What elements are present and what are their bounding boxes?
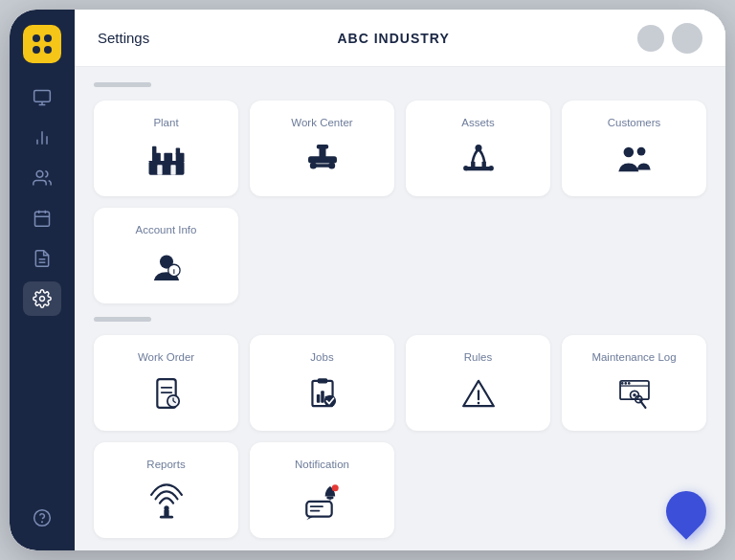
header-avatars: [637, 23, 702, 54]
plant-card[interactable]: Plant: [94, 101, 238, 196]
main-content: Settings ABC INDUSTRY Plant: [75, 10, 725, 550]
svg-text:i: i: [172, 267, 174, 276]
notification-card[interactable]: Notification: [250, 442, 394, 538]
assets-icon: [457, 138, 500, 180]
svg-point-2: [33, 46, 40, 54]
svg-rect-75: [326, 497, 333, 500]
account-info-card[interactable]: Account Info i: [94, 208, 238, 303]
header: Settings ABC INDUSTRY: [75, 10, 725, 67]
svg-point-40: [475, 145, 481, 151]
svg-rect-53: [317, 378, 327, 383]
section-divider-1: [94, 82, 151, 87]
svg-rect-34: [316, 145, 327, 148]
monitor-nav-icon[interactable]: [23, 80, 61, 115]
account-info-label: Account Info: [136, 224, 197, 235]
customers-label: Customers: [608, 117, 661, 128]
svg-point-3: [44, 46, 52, 54]
notification-label: Notification: [295, 459, 349, 470]
svg-point-41: [623, 147, 634, 158]
maintenance-log-label: Maintenance Log: [591, 351, 676, 363]
reports-card[interactable]: Reports: [94, 442, 238, 538]
svg-rect-35: [464, 167, 493, 170]
settings-title: Settings: [98, 30, 149, 46]
maintenance-log-icon: [613, 372, 656, 414]
work-order-icon: [145, 372, 188, 414]
svg-point-42: [636, 147, 645, 156]
users-nav-icon[interactable]: [23, 161, 61, 195]
svg-rect-70: [164, 510, 168, 517]
jobs-icon: [301, 372, 344, 414]
svg-point-76: [331, 484, 338, 491]
svg-rect-27: [152, 146, 156, 155]
svg-rect-24: [157, 165, 162, 175]
help-nav-icon[interactable]: [23, 501, 61, 535]
plant-icon: [145, 138, 188, 180]
ops-grid-row1: Work Order: [94, 335, 706, 431]
work-order-label: Work Order: [138, 351, 194, 363]
work-center-card[interactable]: Work Center: [250, 101, 394, 196]
svg-point-59: [477, 402, 479, 405]
svg-point-64: [627, 382, 630, 385]
settings-nav-icon[interactable]: [23, 281, 61, 316]
jobs-card[interactable]: Jobs: [250, 335, 394, 431]
section-divider-2: [94, 317, 151, 322]
svg-point-10: [36, 171, 43, 178]
rules-card[interactable]: Rules: [406, 335, 550, 431]
svg-point-18: [34, 510, 51, 526]
work-center-label: Work Center: [291, 117, 352, 128]
svg-point-38: [463, 166, 468, 170]
account-info-icon: i: [145, 245, 188, 287]
rules-label: Rules: [464, 351, 492, 363]
svg-point-17: [40, 297, 45, 302]
svg-point-0: [33, 34, 40, 42]
svg-rect-11: [35, 212, 50, 226]
reports-label: Reports: [146, 459, 185, 470]
scroll-area: Plant: [75, 67, 725, 550]
assets-card[interactable]: Assets: [406, 101, 550, 196]
svg-rect-20: [148, 162, 184, 175]
svg-rect-25: [170, 165, 175, 175]
work-order-card[interactable]: Work Order: [94, 335, 238, 431]
master-grid-row2: Account Info i: [94, 208, 706, 303]
assets-label: Assets: [461, 117, 495, 128]
svg-rect-55: [321, 391, 324, 402]
maintenance-log-card[interactable]: Maintenance Log: [562, 335, 706, 431]
calendar-nav-icon[interactable]: [23, 201, 61, 235]
tablet-frame: Settings ABC INDUSTRY Plant: [10, 10, 725, 550]
svg-rect-28: [175, 148, 179, 155]
svg-point-66: [633, 393, 636, 397]
svg-rect-71: [159, 516, 172, 519]
plant-label: Plant: [153, 117, 178, 128]
jobs-label: Jobs: [310, 351, 333, 363]
company-title: ABC INDUSTRY: [161, 31, 626, 46]
svg-point-1: [44, 34, 52, 42]
svg-rect-4: [34, 91, 51, 102]
work-center-icon: [301, 138, 344, 180]
master-grid-row1: Plant: [94, 101, 706, 196]
customers-card[interactable]: Customers: [562, 101, 706, 196]
app-logo[interactable]: [23, 25, 61, 63]
svg-rect-72: [306, 502, 331, 517]
svg-point-63: [624, 382, 627, 385]
svg-point-39: [488, 166, 493, 170]
svg-rect-54: [316, 394, 320, 403]
customers-icon: [613, 138, 656, 180]
reports-icon: [145, 480, 188, 522]
ops-grid-row2: Reports: [94, 442, 706, 538]
avatar-dot: [637, 25, 664, 52]
notification-icon: [301, 480, 344, 522]
svg-point-62: [620, 382, 623, 385]
svg-rect-22: [164, 153, 172, 162]
report-nav-icon[interactable]: [23, 241, 61, 276]
rules-icon: [457, 372, 500, 414]
sidebar: [10, 10, 75, 550]
chart-nav-icon[interactable]: [23, 121, 61, 155]
avatar-main: [672, 23, 702, 54]
svg-rect-32: [313, 164, 331, 168]
